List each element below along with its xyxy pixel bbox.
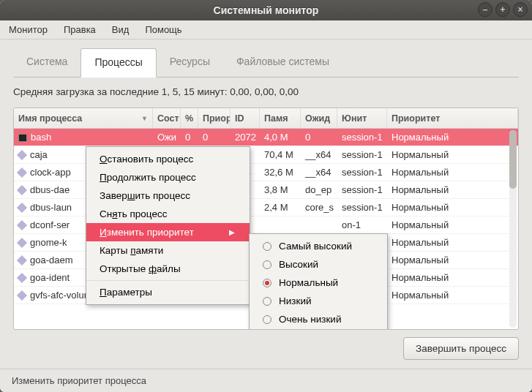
col-cpu[interactable]: % <box>181 108 198 128</box>
cell-mem: 4,0 М <box>260 132 301 143</box>
load-average-text: Средняя загрузка за последние 1, 5, 15 м… <box>13 86 519 97</box>
cell-nice: Нормальный <box>387 255 518 265</box>
cell-nice: Нормальный <box>387 290 518 301</box>
terminal-icon <box>18 134 27 142</box>
col-wait[interactable]: Ожид <box>301 108 337 128</box>
cell-unit: session-1 <box>337 149 387 160</box>
cell-nice: Нормальный <box>387 149 518 160</box>
cell-unit: session-1 <box>337 202 387 213</box>
maximize-button[interactable]: + <box>495 2 510 17</box>
context-menu-item[interactable]: Завершить процесс <box>86 186 250 205</box>
menu-edit[interactable]: Правка <box>61 23 99 37</box>
app-window: Системный монитор – + × Монитор Правка В… <box>0 0 532 392</box>
process-icon <box>17 203 27 213</box>
tab-processes[interactable]: Процессы <box>80 48 156 78</box>
radio-icon <box>263 297 271 306</box>
radio-icon <box>263 315 271 324</box>
cell-wait: __x64 <box>301 167 337 178</box>
close-button[interactable]: × <box>513 2 528 17</box>
context-menu-item[interactable]: Открытые файлы <box>86 260 250 278</box>
col-memory[interactable]: Памя <box>260 108 301 128</box>
context-menu-item[interactable]: Остановить процесс <box>86 150 250 168</box>
menu-help[interactable]: Помощь <box>142 23 184 37</box>
priority-option[interactable]: Нормальный <box>250 274 387 292</box>
cell-nice: Нормальный <box>387 184 518 195</box>
context-menu-item[interactable]: Карты памяти <box>86 241 250 260</box>
priority-option[interactable]: Самый высокий <box>250 237 387 255</box>
process-icon <box>17 273 27 283</box>
cell-nice: Нормальный <box>387 237 518 248</box>
context-menu-item[interactable]: Снять процесс <box>86 205 250 223</box>
process-icon <box>17 238 27 248</box>
table-header: Имя процесса▼ Сост % Приор ID Памя Ожид … <box>14 108 518 129</box>
context-menu-item[interactable]: Продолжить процесс <box>86 168 250 186</box>
radio-icon <box>263 279 271 287</box>
priority-option[interactable]: Низкий <box>250 292 387 310</box>
cell-unit: session-1 <box>337 132 387 143</box>
col-unit[interactable]: Юнит <box>337 108 387 128</box>
cell-nice: Нормальный <box>387 272 518 283</box>
cell-prio: 0 <box>198 132 231 143</box>
radio-icon <box>263 242 271 251</box>
col-nice[interactable]: Приоритет <box>387 108 518 128</box>
window-title: Системный монитор <box>214 4 319 16</box>
cell-id: 2072 <box>231 132 260 143</box>
cell-unit: session-1 <box>337 184 387 195</box>
tab-filesystems[interactable]: Файловые системы <box>223 48 342 77</box>
footer-buttons: Завершить процесс <box>13 337 519 360</box>
menu-monitor[interactable]: Монитор <box>6 23 50 37</box>
context-menu-item[interactable]: Изменить приоритет▶ <box>86 223 250 241</box>
cell-status: Ожи <box>153 132 181 143</box>
cell-wait: do_ep <box>301 184 337 195</box>
tab-resources[interactable]: Ресурсы <box>157 48 223 77</box>
cell-mem: 2,4 М <box>260 202 301 213</box>
col-status[interactable]: Сост <box>153 108 181 128</box>
cell-nice: Нормальный <box>387 219 518 230</box>
process-icon <box>17 167 27 178</box>
minimize-button[interactable]: – <box>478 2 492 17</box>
cell-mem: 70,4 М <box>260 149 301 160</box>
submenu-arrow-icon: ▶ <box>219 228 235 236</box>
process-icon <box>17 150 27 160</box>
cell-wait: 0 <box>301 132 337 143</box>
titlebar[interactable]: Системный монитор – + × <box>0 0 532 20</box>
priority-option[interactable]: Очень низкий <box>250 310 387 328</box>
cell-mem: 3,8 М <box>260 184 301 195</box>
col-id[interactable]: ID <box>231 108 260 128</box>
status-bar: Изменить приоритет процесса <box>0 369 532 392</box>
cell-unit: session-1 <box>337 167 387 178</box>
content-area: Система Процессы Ресурсы Файловые систем… <box>0 39 532 369</box>
process-icon <box>17 255 27 265</box>
cell-mem: 32,6 М <box>260 167 301 178</box>
sort-indicator-icon: ▼ <box>141 115 148 122</box>
radio-icon <box>263 260 271 269</box>
col-name[interactable]: Имя процесса▼ <box>14 108 153 128</box>
end-process-button[interactable]: Завершить процесс <box>403 337 519 360</box>
cell-wait: __x64 <box>301 149 337 160</box>
cell-nice: Нормальный <box>387 202 518 213</box>
context-menu: Остановить процессПродолжить процессЗаве… <box>86 146 250 305</box>
cell-wait: core_s <box>301 202 337 213</box>
menu-separator <box>86 280 250 281</box>
col-priority[interactable]: Приор <box>198 108 231 128</box>
cell-name: bash <box>14 132 153 143</box>
cell-unit: on-1 <box>337 219 387 230</box>
priority-submenu: Самый высокийВысокийНормальныйНизкийОчен… <box>249 233 388 330</box>
process-table: Имя процесса▼ Сост % Приор ID Памя Ожид … <box>13 108 519 330</box>
cell-nice: Нормальный <box>387 167 518 178</box>
process-icon <box>17 290 27 301</box>
menu-view[interactable]: Вид <box>109 23 132 37</box>
cell-cpu: 0 <box>181 132 198 143</box>
scrollbar[interactable] <box>509 130 517 328</box>
menubar: Монитор Правка Вид Помощь <box>0 20 532 39</box>
table-row[interactable]: bashОжи0020724,0 М0session-1Нормальный <box>14 129 518 146</box>
window-buttons: – + × <box>478 2 528 17</box>
scrollbar-thumb[interactable] <box>509 130 517 189</box>
context-menu-item[interactable]: Параметры <box>86 283 250 301</box>
tab-system[interactable]: Система <box>13 48 80 77</box>
cell-nice: Нормальный <box>387 132 518 143</box>
tab-bar: Система Процессы Ресурсы Файловые систем… <box>13 48 519 78</box>
priority-option[interactable]: Высокий <box>250 255 387 274</box>
process-icon <box>17 220 27 230</box>
process-icon <box>17 185 27 195</box>
